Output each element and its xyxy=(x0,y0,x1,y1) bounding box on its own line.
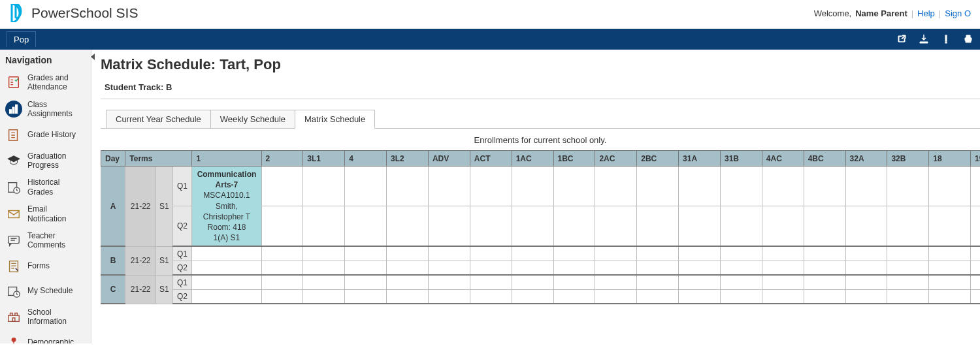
brand: PowerSchool SIS xyxy=(9,4,138,22)
qtr-cell: Q1 xyxy=(172,167,192,206)
matrix-table: Day Terms 1 2 3L1 4 3L2 ADV ACT 1AC 1BC … xyxy=(101,150,980,304)
col-1bc: 1BC xyxy=(553,151,595,167)
nav-historical-grades[interactable]: Historical Grades xyxy=(0,174,91,200)
course-code: MSCA1010.1 xyxy=(195,190,258,200)
row-b-q2: Q2 xyxy=(101,261,981,275)
nav-grade-history[interactable]: Grade History xyxy=(0,123,91,148)
student-bar: Pop xyxy=(0,29,980,50)
class-assignments-icon xyxy=(5,101,22,118)
download-icon[interactable] xyxy=(919,34,929,44)
day-cell: B xyxy=(101,246,125,275)
course-teacher: Smith, Christopher T xyxy=(195,201,258,222)
col-4: 4 xyxy=(345,151,387,167)
nav-email-notification[interactable]: Email Notification xyxy=(0,200,91,227)
year-cell: 21-22 xyxy=(125,167,156,247)
student-track: Student Track: B xyxy=(105,82,980,92)
qtr-cell: Q1 xyxy=(172,246,192,261)
schedule-tabs: Current Year Schedule Weekly Schedule Ma… xyxy=(106,110,980,129)
student-tab[interactable]: Pop xyxy=(7,31,36,47)
nav-teacher-comments[interactable]: Teacher Comments xyxy=(0,227,91,254)
nav-demographic[interactable]: Demographic xyxy=(0,330,91,343)
grade-history-icon xyxy=(5,127,22,144)
nav-my-schedule[interactable]: My Schedule xyxy=(0,279,91,304)
sem-cell: S1 xyxy=(156,246,173,275)
nav-forms[interactable]: Forms xyxy=(0,254,91,279)
col-2: 2 xyxy=(261,151,303,167)
help-link[interactable]: Help xyxy=(917,8,935,18)
sidebar-collapse-handle[interactable] xyxy=(91,54,96,61)
nav-class-assignments[interactable]: Class Assignments xyxy=(0,96,91,123)
svg-rect-15 xyxy=(12,318,15,322)
nav-school-information[interactable]: School Information xyxy=(0,304,91,330)
nav-grades-attendance[interactable]: Grades and Attendance xyxy=(0,69,91,96)
print-icon[interactable] xyxy=(963,34,973,44)
col-4bc: 4BC xyxy=(804,151,845,167)
svg-rect-5 xyxy=(16,105,18,114)
nav-label: School Information xyxy=(27,308,86,326)
col-1ac: 1AC xyxy=(512,151,553,167)
nav-label: Grade History xyxy=(27,130,86,139)
row-b-q1: B 21-22 S1 Q1 xyxy=(101,246,981,261)
year-cell: 21-22 xyxy=(125,275,156,304)
enrollment-note: Enrollments for current school only. xyxy=(101,129,980,150)
email-icon xyxy=(5,206,22,223)
course-room: Room: 418 xyxy=(195,222,258,232)
svg-rect-9 xyxy=(8,210,20,217)
nav-label: Teacher Comments xyxy=(27,231,86,250)
sem-cell: S1 xyxy=(156,275,173,304)
welcome-prefix: Welcome, xyxy=(814,8,852,18)
qtr-cell: Q2 xyxy=(172,206,192,246)
welcome-name: Name Parent xyxy=(855,8,907,18)
qtr-cell: Q1 xyxy=(172,275,192,289)
nav-label: My Schedule xyxy=(27,286,86,295)
signout-link[interactable]: Sign O xyxy=(945,8,971,18)
qtr-cell: Q2 xyxy=(172,289,192,304)
tab-matrix[interactable]: Matrix Schedule xyxy=(295,110,375,129)
alert-icon[interactable] xyxy=(941,34,951,44)
svg-rect-1 xyxy=(945,42,947,43)
tab-weekly[interactable]: Weekly Schedule xyxy=(210,110,295,129)
matrix-header-row: Day Terms 1 2 3L1 4 3L2 ADV ACT 1AC 1BC … xyxy=(101,151,981,167)
col-2ac: 2AC xyxy=(595,151,637,167)
svg-rect-0 xyxy=(945,35,947,41)
col-3l2: 3L2 xyxy=(387,151,429,167)
course-name: Communication Arts-7 xyxy=(195,169,258,190)
col-31b: 31B xyxy=(720,151,762,167)
year-cell: 21-22 xyxy=(125,246,156,275)
nav-graduation-progress[interactable]: Graduation Progress xyxy=(0,148,91,174)
sem-cell: S1 xyxy=(156,167,173,247)
external-link-icon[interactable] xyxy=(896,34,907,44)
day-cell: C xyxy=(101,275,125,304)
svg-point-16 xyxy=(12,338,16,342)
row-c-q1: C 21-22 S1 Q1 xyxy=(101,275,981,289)
col-32a: 32A xyxy=(845,151,887,167)
bluestrip-actions xyxy=(896,34,973,44)
main-content: Matrix Schedule: Tart, Pop Student Track… xyxy=(91,50,980,343)
qtr-cell: Q2 xyxy=(172,261,192,275)
demographic-icon xyxy=(5,334,22,343)
school-icon xyxy=(5,308,22,325)
course-cell[interactable]: Communication Arts-7 MSCA1010.1 Smith, C… xyxy=(192,167,261,247)
svg-rect-11 xyxy=(10,261,18,272)
course-slot: 1(A) S1 xyxy=(195,232,258,243)
historical-grades-icon xyxy=(5,179,22,196)
svg-rect-10 xyxy=(8,236,20,244)
matrix-table-wrap: Day Terms 1 2 3L1 4 3L2 ADV ACT 1AC 1BC … xyxy=(101,150,980,304)
col-adv: ADV xyxy=(428,151,470,167)
svg-rect-2 xyxy=(9,77,19,88)
nav-label: Graduation Progress xyxy=(27,151,86,170)
col-act: ACT xyxy=(470,151,512,167)
tab-current-year[interactable]: Current Year Schedule xyxy=(106,110,211,129)
svg-rect-14 xyxy=(8,315,20,321)
nav-sidebar: Navigation Grades and Attendance Class A… xyxy=(0,50,91,343)
nav-label: Forms xyxy=(27,261,86,270)
brand-text: PowerSchool SIS xyxy=(31,5,138,21)
top-header: PowerSchool SIS Welcome, Name Parent | H… xyxy=(0,0,980,29)
col-31a: 31A xyxy=(679,151,721,167)
forms-icon xyxy=(5,258,22,275)
col-4ac: 4AC xyxy=(762,151,804,167)
svg-rect-3 xyxy=(10,110,12,114)
nav-label: Demographic xyxy=(27,338,86,343)
nav-title: Navigation xyxy=(0,50,91,69)
col-day: Day xyxy=(101,151,125,167)
